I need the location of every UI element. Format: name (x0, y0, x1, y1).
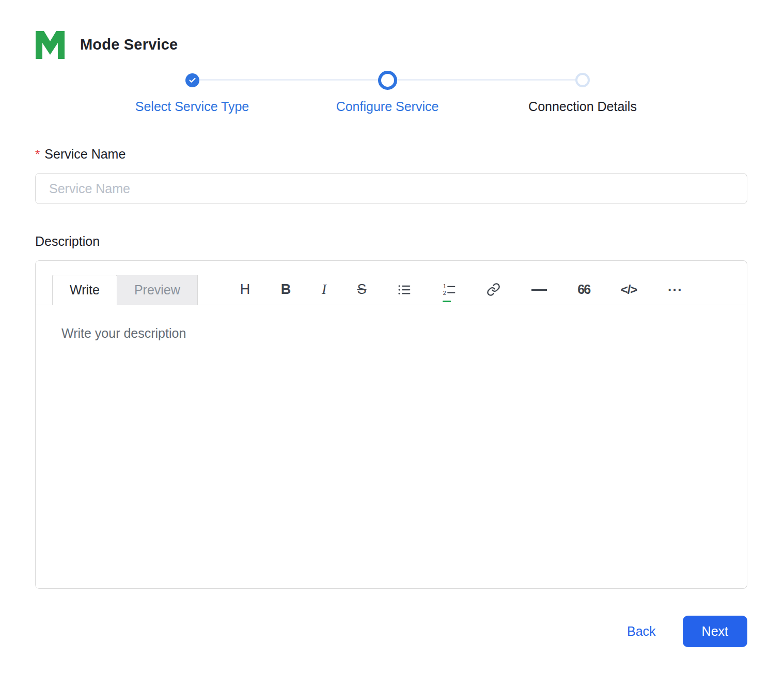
step-completed-check-icon (185, 73, 199, 87)
description-textarea[interactable] (36, 305, 747, 588)
horizontal-rule-icon[interactable] (530, 285, 548, 294)
svg-text:2: 2 (443, 290, 446, 296)
description-label: Description (35, 234, 747, 249)
mode-logo-icon (34, 29, 67, 60)
required-marker: * (35, 147, 40, 161)
step-connection-details: Connection Details (484, 63, 681, 114)
step-active-dot-icon (378, 71, 397, 90)
service-name-input[interactable] (35, 173, 747, 204)
step-configure-service: Configure Service (289, 63, 485, 114)
link-icon[interactable] (485, 281, 501, 297)
footer-actions: Back Next (35, 616, 747, 678)
next-button[interactable]: Next (683, 616, 747, 647)
strikethrough-icon[interactable]: S (356, 281, 367, 297)
configure-service-form: *Service Name Description Write Preview … (0, 147, 784, 678)
ordered-list-icon[interactable]: 1 2 (441, 281, 457, 297)
step-select-service-type: Select Service Type (94, 63, 290, 114)
heading-icon[interactable]: H (239, 281, 252, 297)
editor-toolbar: Write Preview H B I S 1 (36, 261, 747, 305)
tab-write[interactable]: Write (52, 275, 117, 305)
more-icon[interactable]: ··· (667, 282, 684, 297)
header: Mode Service (0, 0, 784, 60)
service-name-label: *Service Name (35, 147, 747, 162)
svg-text:1: 1 (443, 283, 446, 289)
back-button[interactable]: Back (625, 620, 658, 643)
service-name-label-text: Service Name (44, 147, 126, 161)
step-pending-dot-icon (575, 73, 590, 87)
editor-tools: H B I S 1 2 (239, 274, 684, 305)
step-label: Connection Details (528, 99, 637, 114)
tab-preview[interactable]: Preview (117, 275, 198, 305)
stepper: Select Service Type Configure Service Co… (0, 63, 784, 118)
code-icon[interactable]: </> (620, 283, 638, 297)
bold-icon[interactable]: B (280, 281, 292, 297)
italic-icon[interactable]: I (321, 281, 327, 297)
bullet-list-icon[interactable] (396, 281, 412, 297)
caret-indicator (443, 301, 451, 302)
quote-icon[interactable]: 66 (576, 282, 591, 297)
markdown-editor: Write Preview H B I S 1 (35, 260, 747, 589)
page-title: Mode Service (80, 36, 178, 53)
step-label: Select Service Type (135, 99, 249, 114)
editor-tabs: Write Preview (52, 275, 198, 305)
step-label: Configure Service (336, 99, 439, 114)
